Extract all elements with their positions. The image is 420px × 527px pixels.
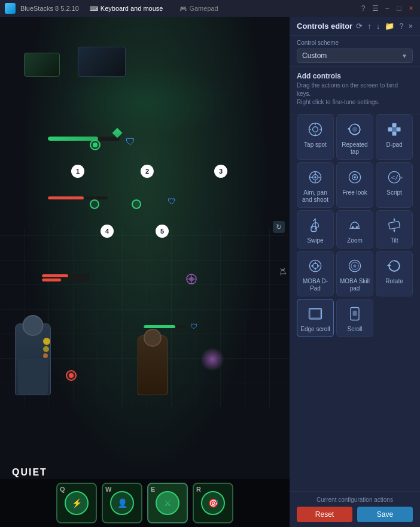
control-zoom[interactable]: Zoom: [336, 210, 373, 249]
decor-block-1: [24, 53, 60, 77]
tilt-icon: [385, 216, 404, 235]
upload-icon[interactable]: ↑: [367, 22, 372, 31]
maximize-button[interactable]: □: [395, 4, 403, 13]
scroll-icon: [345, 304, 364, 323]
scheme-dropdown[interactable]: Custom ▼: [297, 49, 413, 63]
svg-point-32: [352, 226, 354, 229]
decor-block-2: [78, 47, 126, 77]
svg-marker-49: [387, 264, 391, 266]
swipe-icon: [306, 216, 325, 235]
svg-point-11: [352, 127, 358, 132]
panel-title: Controls editor: [297, 22, 352, 31]
folder-icon[interactable]: 📁: [385, 22, 394, 31]
add-controls-desc: Drag the actions on the screen to bind k…: [297, 81, 413, 107]
mid-icon-2: [132, 199, 141, 209]
control-freelook[interactable]: Free look: [336, 162, 373, 208]
control-tap-spot[interactable]: Tap spot: [297, 114, 334, 160]
add-controls-title: Add controls: [297, 72, 413, 80]
svg-marker-41: [314, 261, 316, 264]
svg-rect-34: [388, 221, 400, 229]
action-button-q[interactable]: Q ⚡: [56, 483, 97, 523]
mid-health-bar: [48, 196, 108, 201]
control-moba-dpad[interactable]: MOBA D-Pad: [297, 251, 334, 296]
game-area: 🛡 1 2 3 🛡: [0, 17, 290, 527]
tab-keyboard[interactable]: ⌨ Keyboard and mouse: [84, 3, 169, 14]
svg-point-24: [314, 176, 316, 178]
control-moba-skill[interactable]: MOBA Skill pad: [336, 251, 373, 296]
scheme-value: Custom: [302, 52, 327, 60]
help-panel-icon[interactable]: ?: [399, 22, 403, 31]
app-logo: [5, 3, 16, 14]
svg-rect-16: [397, 128, 401, 132]
marker-5: 5: [156, 225, 169, 238]
sync-icon[interactable]: ⟳: [356, 22, 363, 31]
download-icon[interactable]: ↓: [376, 22, 381, 31]
close-panel-icon[interactable]: ×: [408, 22, 413, 31]
characters-area: 🛡: [0, 311, 290, 479]
zoom-label: Zoom: [347, 237, 363, 244]
zoom-icon: [345, 216, 364, 235]
svg-marker-38: [393, 230, 395, 232]
scheme-row: Control scheme Custom ▼: [290, 36, 420, 67]
svg-point-40: [313, 264, 318, 269]
svg-marker-44: [318, 265, 320, 267]
swipe-label: Swipe: [307, 237, 323, 244]
player-hud: [48, 137, 120, 141]
control-script[interactable]: </> Script: [376, 162, 413, 208]
action-icon-r: 🎯: [201, 491, 225, 515]
control-aim[interactable]: Aim, pan and shoot: [297, 162, 334, 208]
action-button-e[interactable]: E ⚔: [147, 483, 188, 523]
control-edge-scroll[interactable]: Edge scroll: [297, 299, 334, 337]
char-1: [6, 323, 60, 431]
config-actions-label: Current configuration actions: [297, 496, 413, 503]
main-content: 🛡 1 2 3 🛡: [0, 17, 420, 527]
add-controls-section: Add controls Drag the actions on the scr…: [290, 67, 420, 114]
scroll-label: Scroll: [347, 326, 362, 333]
marker-2: 2: [141, 165, 154, 178]
help-button[interactable]: ?: [359, 4, 367, 13]
enemy-bars: [42, 274, 90, 281]
control-tilt[interactable]: Tilt: [376, 210, 413, 249]
control-swipe[interactable]: Swipe: [297, 210, 334, 249]
repeated-tap-label: Repeated tap: [339, 141, 370, 156]
menu-button[interactable]: ☰: [371, 4, 379, 13]
dpad-label: D-pad: [386, 141, 402, 149]
panel-header: Controls editor ⟳ ↑ ↓ 📁 ? ×: [290, 17, 420, 36]
svg-point-27: [354, 176, 356, 178]
save-button[interactable]: Save: [357, 507, 413, 522]
tilt-label: Tilt: [391, 237, 398, 244]
reset-button[interactable]: Reset: [297, 507, 352, 522]
action-bar: Q ⚡ W 👤 E ⚔ R: [0, 479, 290, 527]
panel-spacer: [290, 342, 420, 491]
svg-rect-17: [392, 128, 397, 132]
aim-icon: [306, 168, 325, 187]
action-button-w[interactable]: W 👤: [102, 483, 142, 523]
freelook-label: Free look: [342, 189, 367, 196]
tab-gamepad[interactable]: 🎮 Gamepad: [174, 3, 224, 14]
svg-marker-12: [348, 128, 350, 131]
tap-spot-icon: [306, 120, 325, 139]
minimize-button[interactable]: −: [383, 4, 391, 13]
expand-button[interactable]: ↻: [273, 221, 285, 233]
repeated-tap-icon: [345, 120, 364, 139]
svg-marker-36: [393, 218, 395, 220]
svg-rect-56: [353, 311, 357, 316]
svg-text:</>: </>: [391, 174, 403, 181]
moba-dpad-label: MOBA D-Pad: [300, 278, 331, 292]
char-2: [132, 335, 174, 431]
svg-rect-52: [320, 308, 322, 319]
scheme-label: Control scheme: [297, 40, 413, 46]
control-dpad[interactable]: D-pad: [376, 114, 413, 160]
svg-rect-53: [311, 308, 320, 310]
action-button-r[interactable]: R 🎯: [193, 483, 233, 523]
svg-point-46: [353, 264, 356, 267]
dropdown-arrow-icon: ▼: [401, 53, 407, 59]
control-repeated-tap[interactable]: Repeated tap: [336, 114, 373, 160]
character-name: QUIET: [12, 467, 47, 478]
control-rotate[interactable]: Rotate: [376, 251, 413, 296]
controls-panel: Controls editor ⟳ ↑ ↓ 📁 ? × Control sche…: [290, 17, 420, 527]
marker-1: 1: [71, 165, 84, 178]
close-button[interactable]: ×: [407, 4, 415, 13]
control-scroll[interactable]: Scroll: [336, 299, 373, 337]
svg-rect-14: [392, 132, 397, 136]
